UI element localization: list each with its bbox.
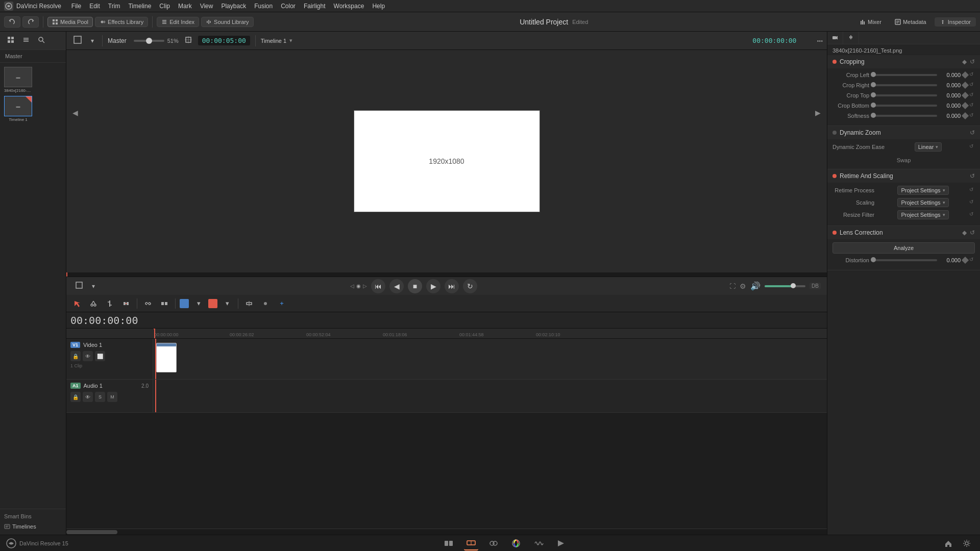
dynamic-zoom-header[interactable]: Dynamic Zoom ↺ [827,126,980,139]
go-to-start-btn[interactable]: ⏮ [371,279,385,293]
analyze-btn[interactable]: Analyze [832,242,975,254]
prev-frame-btn[interactable]: ◀ [72,109,78,214]
crop-top-slider[interactable] [873,94,937,96]
a1-content[interactable] [153,380,827,412]
view-dropdown[interactable]: ▾ [88,36,97,46]
softness-reset-btn[interactable]: ↺ [968,112,975,119]
media-pool-btn[interactable]: Media Pool [47,17,93,27]
a1-m-btn[interactable]: M [107,392,117,402]
mixer-btn[interactable]: Mixer [854,17,887,27]
crop-top-value[interactable]: 0.000 [940,92,961,98]
arrow-tool-btn[interactable] [70,297,84,310]
scaling-reset-btn[interactable]: ↺ [968,199,975,206]
deliver-page-btn[interactable] [554,536,568,550]
menu-edit[interactable]: Edit [85,2,104,11]
inspector-audio-tab[interactable] [843,32,859,44]
insert-btn[interactable] [119,297,133,310]
list-view-btn[interactable] [19,35,33,46]
cropping-reset-icon[interactable]: ↺ [970,58,975,65]
fusion-page-btn[interactable] [486,536,501,550]
metadata-btn[interactable]: Metadata [890,17,932,27]
edit-index-btn[interactable]: Edit Index [157,17,199,27]
a1-s-btn[interactable]: S [95,392,105,402]
dz-reset-icon[interactable]: ↺ [970,129,975,136]
menu-color[interactable]: Color [277,2,300,11]
inspector-video-tab[interactable] [827,32,843,44]
scrollbar-thumb[interactable] [66,530,117,534]
color-dropdown-btn[interactable]: ▾ [192,297,205,310]
v1-eye-btn[interactable]: 👁 [83,351,93,361]
edit-page-btn[interactable] [464,536,478,550]
cropping-header[interactable]: Cropping ◆ ↺ [827,55,980,68]
effects-library-btn[interactable]: Effects Library [95,17,148,27]
retime-header[interactable]: Retime And Scaling ↺ [827,169,980,183]
sound-library-btn[interactable]: Sound Library [201,17,254,27]
transform-btn[interactable] [182,35,195,46]
play-btn[interactable]: ▶ [426,279,440,293]
crop-top-reset-btn[interactable]: ↺ [968,92,975,99]
crop-left-value[interactable]: 0.000 [940,72,961,78]
cut-tool-btn[interactable] [87,297,100,310]
settings-btn[interactable]: ⚙ [740,282,746,290]
cropping-diamond-icon[interactable]: ◆ [962,58,967,65]
color-dropdown2-btn[interactable]: ▾ [220,297,234,310]
crop-right-reset-btn[interactable]: ↺ [968,82,975,89]
crop-bottom-slider[interactable] [873,105,937,107]
a1-eye-btn[interactable]: 👁 [83,392,93,402]
dz-ease-dropdown[interactable]: Linear ▾ [915,142,942,152]
menu-help[interactable]: Help [368,2,389,11]
cut-page-btn[interactable] [442,536,456,550]
timeline-scrollbar[interactable] [66,529,827,535]
crop-left-slider[interactable] [873,74,937,76]
menu-fairlight[interactable]: Fairlight [300,2,330,11]
distortion-reset-btn[interactable]: ↺ [968,257,975,264]
v1-content[interactable] [153,339,827,379]
media-item-0[interactable]: ▬ 3840x[2160-2160]_Te... [4,67,32,93]
scrub-btn[interactable]: ◉ [356,283,361,289]
menu-view[interactable]: View [196,2,217,11]
retime-reset-icon[interactable]: ↺ [970,172,975,180]
undo-btn[interactable] [4,16,20,28]
menu-timeline[interactable]: Timeline [124,2,155,11]
crop-left-reset-btn[interactable]: ↺ [968,71,975,79]
dz-swap-label[interactable]: Swap [897,157,911,163]
menu-fusion[interactable]: Fusion [250,2,277,11]
retime-process-reset-btn[interactable]: ↺ [968,187,975,194]
crop-bottom-value[interactable]: 0.000 [940,103,961,109]
crop-bottom-reset-btn[interactable]: ↺ [968,102,975,109]
color-chip-btn[interactable] [180,299,189,308]
play-reverse-btn[interactable]: ◀ [389,279,404,293]
zoom-slider[interactable] [134,40,164,42]
dynamic-trim-btn[interactable] [103,297,116,310]
v1-collapse-btn[interactable]: ⬜ [95,351,105,361]
inspector-btn[interactable]: Inspector [935,17,976,27]
menu-file[interactable]: File [67,2,85,11]
color-page-btn[interactable] [509,536,523,550]
prev-nav-btn[interactable]: ◁ [350,283,354,289]
scaling-dropdown[interactable]: Project Settings ▾ [897,198,948,207]
color-chip2-btn[interactable] [208,299,217,308]
dots-menu[interactable]: ••• [817,38,823,44]
next-frame-btn[interactable]: ▶ [815,109,821,214]
grid-view-btn[interactable] [4,35,17,46]
lc-reset-icon[interactable]: ↺ [970,229,975,236]
softness-slider[interactable] [873,115,937,117]
trim-end-btn[interactable] [259,297,272,310]
distortion-slider[interactable] [873,259,937,261]
add-marker-btn[interactable]: + [275,297,288,310]
fairlight-page-btn[interactable] [531,536,546,550]
menu-clip[interactable]: Clip [155,2,174,11]
dz-reset-btn[interactable]: ↺ [968,143,975,151]
scrubber-bar[interactable] [66,272,827,277]
menu-playback[interactable]: Playback [217,2,250,11]
volume-slider[interactable] [765,285,805,287]
home-btn[interactable] [941,536,955,550]
settings-gear-btn[interactable] [960,536,974,550]
timelines-item[interactable]: Timelines [4,522,62,531]
link-btn[interactable] [141,297,155,310]
snap-btn[interactable] [158,297,171,310]
zoom-value[interactable]: 51% [167,38,179,44]
frame-view-btn[interactable] [70,34,85,47]
lc-diamond-icon[interactable]: ◆ [962,229,967,236]
crop-right-slider[interactable] [873,84,937,86]
